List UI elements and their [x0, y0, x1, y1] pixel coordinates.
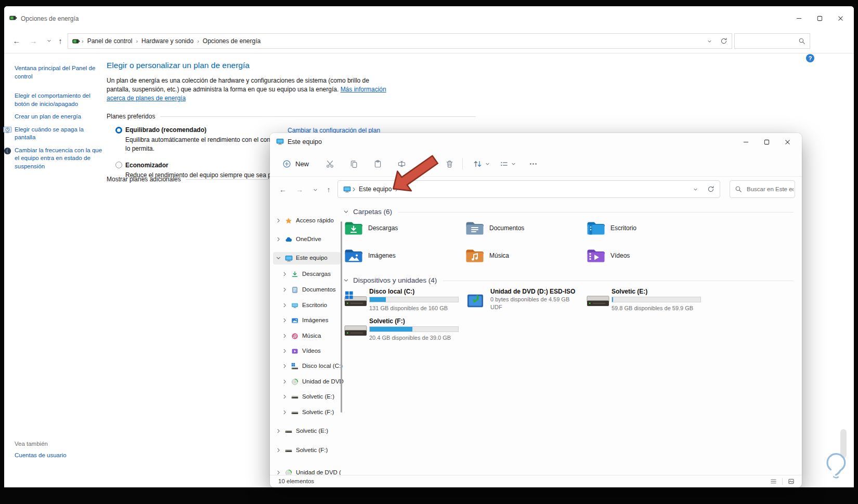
quick-access-star-icon — [285, 217, 292, 224]
drive-tile-solvetic-f[interactable]: Solvetic (F:)20.4 GB disponibles de 39.0… — [344, 317, 461, 344]
sidebar-item-control-panel-home[interactable]: Ventana principal del Panel de control — [15, 64, 105, 81]
nav-item-documentos[interactable]: Documentos — [273, 284, 341, 296]
chevron-right-icon[interactable] — [276, 236, 281, 242]
sidebar-task-link[interactable]: Cambiar la frecuencia con la que el equi… — [15, 147, 105, 171]
folder-tile-im-genes[interactable]: Imágenes — [344, 247, 456, 270]
more-button[interactable] — [526, 155, 541, 173]
nav-item-solvetic-e[interactable]: Solvetic (E:) — [273, 391, 341, 403]
explorer-titlebar[interactable]: Este equipo — [270, 133, 802, 151]
chevron-down-icon[interactable] — [276, 255, 281, 261]
folder-tile-m-sica[interactable]: Música — [465, 247, 577, 270]
chevron-right-icon[interactable] — [282, 317, 288, 323]
chevron-right-icon[interactable] — [282, 348, 288, 354]
nav-item-solvetic-e[interactable]: Solvetic (E:) — [273, 425, 341, 437]
nav-item-solvetic-f[interactable]: Solvetic (F:) — [273, 406, 341, 419]
sort-button[interactable] — [470, 155, 493, 173]
nav-item-este-equipo[interactable]: Este equipo — [273, 252, 341, 264]
videos-icon — [291, 348, 298, 355]
folder-pictures-icon — [344, 248, 363, 263]
cp-search-box[interactable] — [734, 33, 810, 49]
nav-item-im-genes[interactable]: Imágenes — [273, 314, 341, 327]
sidebar-task-link[interactable]: Elegir cuándo se apaga la pantalla — [15, 126, 105, 142]
breadcrumb-chevron-icon — [351, 187, 357, 192]
chevron-down-icon[interactable] — [343, 209, 349, 215]
chevron-right-icon[interactable] — [282, 302, 288, 308]
this-pc-monitor-icon — [285, 255, 293, 262]
divider — [160, 116, 476, 117]
minimize-button[interactable] — [788, 10, 809, 26]
chevron-right-icon[interactable] — [282, 409, 288, 415]
search-input[interactable] — [746, 185, 795, 193]
copy-button[interactable] — [345, 155, 362, 173]
folder-tile-escritorio[interactable]: Escritorio — [587, 219, 698, 242]
breadcrumb-chevron-icon: › — [80, 38, 85, 44]
hard-drive-icon — [344, 323, 367, 338]
scrollbar[interactable] — [341, 221, 342, 413]
drive-tile-unidad-de-dvd-d-esd-iso[interactable]: Unidad de DVD (D:) ESD-ISO0 bytes dispon… — [465, 288, 582, 315]
forward-icon[interactable]: → — [27, 34, 40, 47]
recent-locations-chevron-icon[interactable] — [43, 34, 55, 47]
nav-item-disco-local-c[interactable]: Disco local (C:) — [273, 360, 341, 373]
see-also-link[interactable]: Cuentas de usuario — [15, 452, 67, 458]
chevron-right-icon[interactable] — [282, 394, 288, 400]
breadcrumb: ›Panel de control›Hardware y sonido›Opci… — [80, 37, 263, 45]
chevron-right-icon[interactable] — [282, 379, 288, 384]
chevron-right-icon[interactable] — [276, 428, 281, 434]
chevron-down-icon[interactable] — [343, 277, 349, 283]
folder-tile-descargas[interactable]: Descargas — [344, 219, 456, 242]
drive-tile-disco-local-c[interactable]: Disco local (C:)131 GB disponibles de 16… — [344, 288, 461, 315]
maximize-button[interactable] — [809, 10, 830, 26]
maximize-button[interactable] — [756, 134, 777, 150]
nav-item-unidad-de-dvd[interactable]: Unidad de DVD — [273, 376, 341, 388]
folder-tile-documentos[interactable]: Documentos — [465, 219, 577, 242]
nav-item-v-deos[interactable]: Vídeos — [273, 345, 341, 357]
nav-item-unidad-de-dvd[interactable]: Unidad de DVD ( — [273, 467, 341, 475]
plan-radio-button[interactable] — [115, 162, 122, 168]
nav-item-label: Escritorio — [302, 302, 327, 308]
nav-item-acceso-r-pido[interactable]: Acceso rápido — [273, 215, 341, 227]
folder-tile-v-deos[interactable]: Vídeos — [587, 247, 698, 270]
section-header-folders[interactable]: Carpetas (6) — [343, 208, 794, 216]
paste-icon — [373, 160, 382, 168]
breadcrumb-item[interactable]: Panel de control — [85, 37, 135, 45]
breadcrumb-item[interactable]: Hardware y sonido — [139, 37, 196, 45]
chevron-right-icon[interactable] — [276, 470, 281, 475]
chevron-right-icon[interactable] — [282, 271, 288, 277]
chevron-right-icon[interactable] — [276, 218, 281, 223]
help-icon[interactable]: ? — [806, 54, 814, 62]
nav-item-solvetic-f[interactable]: Solvetic (F:) — [273, 444, 341, 457]
drive-free-space: 59.8 GB disponibles de 59.9 GB — [612, 305, 693, 311]
nav-item-label: Solvetic (E:) — [302, 393, 334, 400]
nav-item-escritorio[interactable]: Escritorio — [273, 299, 341, 312]
nav-item-m-sica[interactable]: Música — [273, 330, 341, 342]
chevron-right-icon[interactable] — [282, 333, 288, 339]
back-icon[interactable]: ← — [10, 34, 23, 47]
nav-item-descargas[interactable]: Descargas — [273, 268, 341, 281]
close-button[interactable] — [777, 134, 798, 150]
drive-tile-solvetic-e[interactable]: Solvetic (E:)59.8 GB disponibles de 59.9… — [587, 288, 704, 315]
up-icon[interactable]: ↑ — [54, 34, 67, 47]
cp-titlebar[interactable]: Opciones de energía — [4, 6, 854, 30]
chevron-right-icon[interactable] — [282, 363, 288, 369]
sidebar-task-link[interactable]: Elegir el comportamiento del botón de in… — [15, 92, 105, 108]
refresh-icon[interactable] — [720, 37, 727, 45]
chevron-right-icon[interactable] — [276, 447, 281, 453]
section-header-devices[interactable]: Dispositivos y unidades (4) — [343, 276, 794, 284]
nav-item-onedrive[interactable]: OneDrive — [273, 233, 341, 246]
sidebar-task-link[interactable]: Crear un plan de energía — [15, 113, 105, 121]
explorer-content: Carpetas (6) DescargasDocumentosEscritor… — [343, 207, 797, 475]
close-button[interactable] — [830, 10, 851, 26]
plan-radio-button[interactable] — [115, 127, 122, 134]
chevron-right-icon[interactable] — [282, 287, 288, 293]
large-icons-view-icon[interactable] — [788, 478, 795, 485]
folder-music-icon — [465, 248, 484, 263]
address-dropdown-chevron-icon[interactable] — [707, 39, 712, 44]
breadcrumb-item[interactable]: Opciones de energía — [201, 37, 263, 45]
minimize-button[interactable] — [735, 134, 756, 150]
view-button[interactable] — [497, 155, 519, 173]
paste-button[interactable] — [369, 155, 386, 173]
refresh-icon[interactable] — [707, 185, 714, 193]
cp-address-bar[interactable]: ›Panel de control›Hardware y sonido›Opci… — [68, 33, 732, 49]
address-dropdown-chevron-icon[interactable] — [693, 187, 698, 192]
details-view-icon[interactable] — [770, 478, 777, 485]
